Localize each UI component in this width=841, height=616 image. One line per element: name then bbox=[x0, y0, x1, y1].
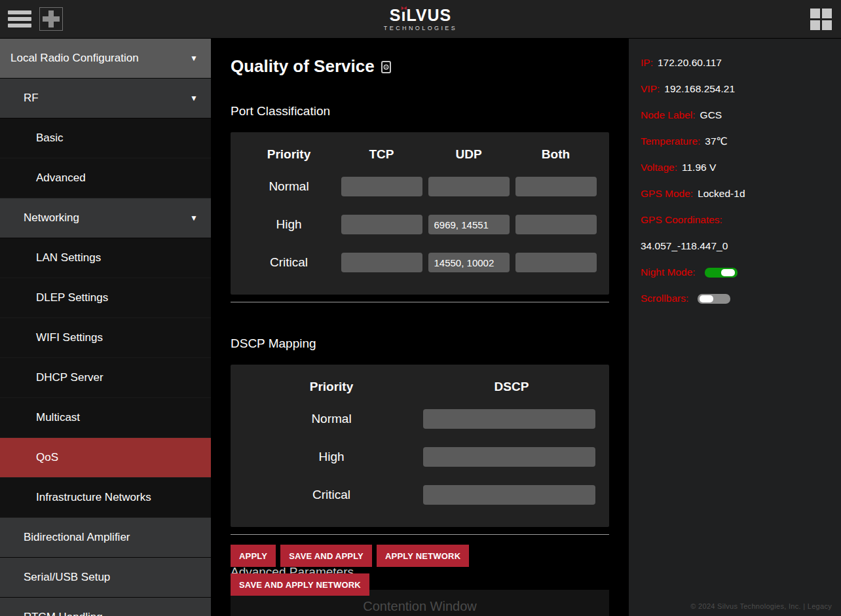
apps-grid-icon[interactable] bbox=[810, 9, 832, 30]
status-row-vip: VIP: 192.168.254.21 bbox=[641, 76, 841, 102]
table-row: Normal bbox=[240, 400, 600, 438]
status-row-gps-coordinates: GPS Coordinates: bbox=[641, 207, 841, 233]
column-header-priority: Priority bbox=[240, 147, 338, 162]
status-row-night-mode: Night Mode: bbox=[641, 259, 841, 285]
port-udp-high-input[interactable] bbox=[428, 215, 510, 234]
apply-network-button[interactable]: APPLY NETWORK bbox=[377, 545, 469, 567]
sidebar-item-dlep-settings[interactable]: DLEP Settings bbox=[0, 278, 211, 318]
port-udp-normal-input[interactable] bbox=[428, 177, 510, 196]
table-row: High bbox=[240, 438, 600, 476]
column-header-tcp: TCP bbox=[338, 147, 425, 162]
sidebar-item-advanced[interactable]: Advanced bbox=[0, 158, 211, 198]
port-classification-panel: Priority TCP UDP Both Normal High bbox=[231, 132, 609, 295]
sidebar-item-local-radio-configuration[interactable]: Local Radio Configuration ▼ bbox=[0, 39, 211, 79]
dscp-critical-input[interactable] bbox=[423, 485, 595, 505]
dscp-mapping-panel: Priority DSCP Normal High Critical bbox=[231, 365, 609, 527]
port-tcp-high-input[interactable] bbox=[341, 215, 422, 234]
topbar: SıLVUS TECHNOLOGIES bbox=[0, 0, 841, 39]
port-both-normal-input[interactable] bbox=[515, 177, 597, 196]
gps-coordinates-value: 34.057_-118.447_0 bbox=[641, 233, 841, 259]
port-tcp-critical-input[interactable] bbox=[341, 253, 422, 272]
action-button-bar: APPLYSAVE AND APPLYAPPLY NETWORK SAVE AN… bbox=[231, 545, 609, 602]
column-header-priority: Priority bbox=[240, 380, 423, 394]
chevron-down-icon: ▼ bbox=[190, 54, 198, 63]
table-row: Critical bbox=[240, 244, 600, 281]
column-header-both: Both bbox=[512, 147, 599, 162]
dscp-normal-input[interactable] bbox=[423, 409, 595, 429]
sidebar-item-qos[interactable]: QoS bbox=[0, 438, 211, 478]
app-window: SıLVUS TECHNOLOGIES Local Radio Configur… bbox=[0, 0, 841, 616]
row-label-critical: Critical bbox=[240, 488, 423, 502]
sidebar-item-wifi-settings[interactable]: WIFI Settings bbox=[0, 318, 211, 358]
status-row-ip: IP: 172.20.60.117 bbox=[641, 50, 841, 76]
status-panel: IP: 172.20.60.117 VIP: 192.168.254.21 No… bbox=[629, 39, 841, 616]
column-header-udp: UDP bbox=[425, 147, 512, 162]
sidebar-item-multicast[interactable]: Multicast bbox=[0, 398, 211, 438]
dscp-high-input[interactable] bbox=[423, 447, 595, 467]
toggle-knob bbox=[721, 269, 735, 276]
add-tab-button[interactable] bbox=[39, 7, 63, 31]
hamburger-menu-icon[interactable] bbox=[8, 10, 31, 27]
column-header-dscp: DSCP bbox=[423, 380, 600, 394]
silvus-logo: SıLVUS TECHNOLOGIES bbox=[384, 7, 457, 31]
chevron-down-icon: ▼ bbox=[190, 94, 198, 103]
row-label-normal: Normal bbox=[240, 179, 338, 194]
sidebar-nav: Local Radio Configuration ▼ RF ▼ Basic A… bbox=[0, 39, 211, 616]
logo-subtitle: TECHNOLOGIES bbox=[384, 26, 457, 31]
sidebar-item-basic[interactable]: Basic bbox=[0, 118, 211, 158]
save-and-apply-button[interactable]: SAVE AND APPLY bbox=[280, 545, 372, 567]
port-udp-critical-input[interactable] bbox=[428, 253, 510, 272]
port-both-critical-input[interactable] bbox=[515, 253, 597, 272]
table-row: High bbox=[240, 206, 600, 244]
section-divider bbox=[231, 302, 609, 302]
sidebar-item-dhcp-server[interactable]: DHCP Server bbox=[0, 358, 211, 398]
port-both-high-input[interactable] bbox=[515, 215, 597, 234]
status-row-voltage: Voltage: 11.96 V bbox=[641, 154, 841, 181]
sidebar-item-serial-usb-setup[interactable]: Serial/USB Setup bbox=[0, 558, 211, 598]
status-row-node-label: Node Label: GCS bbox=[641, 102, 841, 128]
sidebar-item-bidirectional-amplifier[interactable]: Bidirectional Amplifier bbox=[0, 518, 211, 558]
page-title: Quality of Service bbox=[231, 55, 609, 78]
main-content: Quality of Service Port Classification P… bbox=[211, 39, 629, 616]
scrollbars-toggle[interactable] bbox=[698, 294, 730, 304]
status-row-temperature: Temperature: 37℃ bbox=[641, 128, 841, 154]
save-and-apply-network-button[interactable]: SAVE AND APPLY NETWORK bbox=[231, 573, 369, 596]
toggle-knob bbox=[700, 295, 713, 302]
table-row: Normal bbox=[240, 168, 600, 206]
help-icon[interactable] bbox=[381, 58, 391, 78]
table-row: Critical bbox=[240, 476, 600, 514]
night-mode-toggle[interactable] bbox=[705, 268, 738, 278]
row-label-high: High bbox=[240, 217, 338, 232]
row-label-normal: Normal bbox=[240, 412, 423, 426]
port-classification-heading: Port Classification bbox=[231, 104, 609, 118]
copyright-text: © 2024 Silvus Technologies, Inc. | Legac… bbox=[690, 602, 832, 610]
row-label-high: High bbox=[240, 450, 423, 464]
logo-accent-icon bbox=[401, 7, 406, 10]
section-divider bbox=[231, 534, 609, 535]
sidebar-item-rf[interactable]: RF ▼ bbox=[0, 79, 211, 118]
status-row-scrollbars: Scrollbars: bbox=[641, 285, 841, 312]
status-row-gps-mode: GPS Mode: Locked-1d bbox=[641, 181, 841, 207]
dscp-mapping-heading: DSCP Mapping bbox=[231, 336, 609, 351]
row-label-critical: Critical bbox=[240, 255, 338, 270]
apply-button[interactable]: APPLY bbox=[231, 545, 276, 567]
logo-wordmark: SıLVUS bbox=[384, 7, 457, 24]
chevron-down-icon: ▼ bbox=[190, 213, 198, 223]
port-tcp-normal-input[interactable] bbox=[341, 177, 422, 196]
sidebar-item-infrastructure-networks[interactable]: Infrastructure Networks bbox=[0, 478, 211, 518]
sidebar-item-rtcm-handling[interactable]: RTCM Handling bbox=[0, 598, 211, 616]
sidebar-item-networking[interactable]: Networking ▼ bbox=[0, 198, 211, 238]
sidebar-item-lan-settings[interactable]: LAN Settings bbox=[0, 238, 211, 278]
